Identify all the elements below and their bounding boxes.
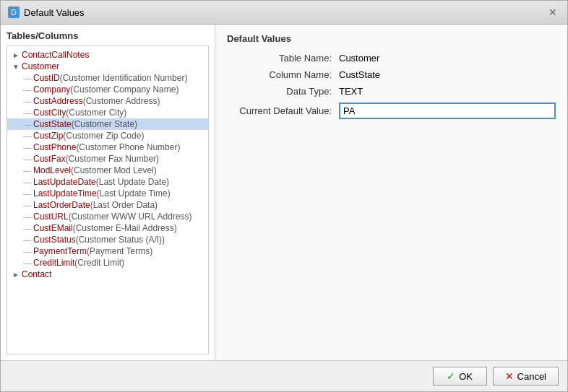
tree-item-name: CustPhone [33, 142, 76, 152]
expand-icon: ▼ [10, 63, 22, 71]
tree-line-icon: — [22, 120, 33, 129]
tree-item[interactable]: —ModLevel (Customer Mod Level) [7, 165, 208, 176]
tree-item-desc: (Customer Company Name) [70, 84, 178, 95]
tree-item-desc: (Last Order Data) [90, 200, 158, 210]
tree-item[interactable]: ▼Customer [7, 61, 208, 72]
tree-item-name: Customer [22, 61, 59, 71]
tree-item[interactable]: —LastOrderDate (Last Order Data) [7, 199, 208, 211]
tree-item[interactable]: —LastUpdateTime (Last Update Time) [7, 188, 208, 199]
tree-line-icon: — [22, 235, 33, 244]
tree-item-name: CustURL [33, 212, 69, 222]
tree-item-desc: (Customer E-Mail Address) [73, 223, 177, 233]
data-type-label: Data Type: [227, 86, 339, 97]
tree-item[interactable]: —CreditLimit (Credit Limit) [7, 257, 208, 269]
dialog-footer: ✓ OK ✕ Cancel [1, 360, 567, 391]
tree-item[interactable]: —LastUpdateDate (Last Update Date) [7, 176, 208, 188]
tree-item-name: CustStatus [33, 235, 76, 245]
tree-item[interactable]: —CustURL (Customer WWW URL Address) [7, 211, 208, 222]
column-name-label: Column Name: [227, 69, 339, 80]
tree-line-icon: — [22, 201, 33, 209]
cancel-label: Cancel [517, 371, 546, 382]
ok-icon: ✓ [447, 370, 455, 382]
cancel-button[interactable]: ✕ Cancel [493, 367, 559, 386]
tree-line-icon: — [22, 74, 33, 82]
tree-line-icon: — [22, 247, 33, 256]
table-name-label: Table Name: [227, 53, 339, 64]
tree-item[interactable]: —PaymentTerm (Payment Terms) [7, 245, 208, 257]
tree-item-name: Contact [22, 269, 51, 279]
tree-line-icon: — [22, 108, 33, 117]
current-default-label: Current Default Value: [227, 105, 339, 116]
tree-item-desc: (Customer Status (A/I)) [76, 235, 165, 245]
tree-item[interactable]: —CustState (Customer State) [7, 118, 208, 130]
left-panel-title: Tables/Columns [7, 30, 209, 41]
tree-item-desc: (Payment Terms) [87, 246, 152, 256]
tree-item[interactable]: —CustAddress (Customer Address) [7, 95, 208, 107]
expand-icon: ► [10, 51, 22, 59]
tree-item-desc: (Customer Zip Code) [63, 131, 144, 141]
close-button[interactable]: ✕ [546, 5, 560, 19]
tree-item-desc: (Customer Phone Number) [76, 142, 180, 152]
tree-line-icon: — [22, 178, 33, 186]
tree-item-name: LastUpdateTime [33, 188, 97, 199]
tree-item-desc: (Customer City) [66, 108, 126, 118]
tree-item-name: PaymentTerm [33, 246, 87, 256]
tree-item-name: CustEMail [33, 223, 73, 233]
tree-item[interactable]: ►Contact [7, 269, 208, 280]
tree-item-desc: (Last Update Time) [97, 188, 171, 199]
dialog-icon: D [8, 6, 20, 18]
tree-line-icon: — [22, 166, 33, 175]
tree-item[interactable]: —CustPhone (Customer Phone Number) [7, 141, 208, 153]
title-bar: D Default Values ✕ [1, 1, 567, 25]
tree-line-icon: — [22, 131, 33, 140]
title-bar-left: D Default Values [8, 6, 85, 18]
tree-item-name: CreditLimit [33, 258, 74, 268]
tree-item[interactable]: —CustStatus (Customer Status (A/I)) [7, 234, 208, 245]
tree-line-icon: — [22, 224, 33, 232]
tree-line-icon: — [22, 85, 33, 94]
data-type-value: TEXT [339, 86, 363, 97]
left-panel: Tables/Columns ►ContactCallNotes▼Custome… [1, 25, 215, 360]
tree-item-name: CustID [33, 73, 60, 83]
tree-line-icon: — [22, 97, 33, 105]
tree-item-name: CustZip [33, 131, 63, 141]
tree-item-desc: (Last Update Date) [96, 177, 169, 187]
tree-line-icon: — [22, 258, 33, 267]
tree-item[interactable]: —CustFax (Customer Fax Number) [7, 153, 208, 165]
data-type-row: Data Type: TEXT [227, 86, 556, 97]
tree-item-name: LastUpdateDate [33, 177, 96, 187]
tree-item-name: CustFax [33, 154, 66, 164]
tree-item-name: ModLevel [33, 165, 71, 175]
right-panel-title: Default Values [227, 33, 556, 44]
dialog-title: Default Values [24, 7, 85, 18]
tree-item[interactable]: —Company (Customer Company Name) [7, 84, 208, 95]
tree-item[interactable]: —CustCity (Customer City) [7, 107, 208, 118]
current-default-input[interactable] [339, 103, 556, 119]
tree-item[interactable]: ►ContactCallNotes [7, 49, 208, 61]
tree-item[interactable]: —CustID (Customer Identification Number) [7, 72, 208, 84]
tree-item-desc: (Customer Address) [83, 96, 160, 106]
tree-item-name: CustCity [33, 108, 66, 118]
tree-item-desc: (Customer Fax Number) [66, 154, 159, 164]
tree-item-name: CustState [33, 119, 72, 129]
current-default-row: Current Default Value: [227, 103, 556, 119]
tree-line-icon: — [22, 189, 33, 198]
column-name-value: CustState [339, 69, 380, 80]
tree-line-icon: — [22, 154, 33, 163]
tree-item-desc: (Customer State) [72, 119, 137, 129]
tree-item-name: CustAddress [33, 96, 83, 106]
ok-label: OK [459, 371, 473, 382]
tree-item[interactable]: —CustEMail (Customer E-Mail Address) [7, 222, 208, 234]
expand-icon: ► [10, 271, 22, 279]
tree-container[interactable]: ►ContactCallNotes▼Customer—CustID (Custo… [7, 45, 209, 354]
column-name-row: Column Name: CustState [227, 69, 556, 80]
tree-line-icon: — [22, 143, 33, 152]
tree-item-desc: (Credit Limit) [74, 258, 124, 268]
tree-item-name: Company [33, 84, 70, 95]
table-name-value: Customer [339, 53, 379, 64]
ok-button[interactable]: ✓ OK [433, 367, 487, 386]
tree-item[interactable]: —CustZip (Customer Zip Code) [7, 130, 208, 141]
tree-item-desc: (Customer WWW URL Address) [69, 212, 192, 222]
tree-item-desc: (Customer Identification Number) [60, 73, 188, 83]
tree-item-name: LastOrderDate [33, 200, 90, 210]
